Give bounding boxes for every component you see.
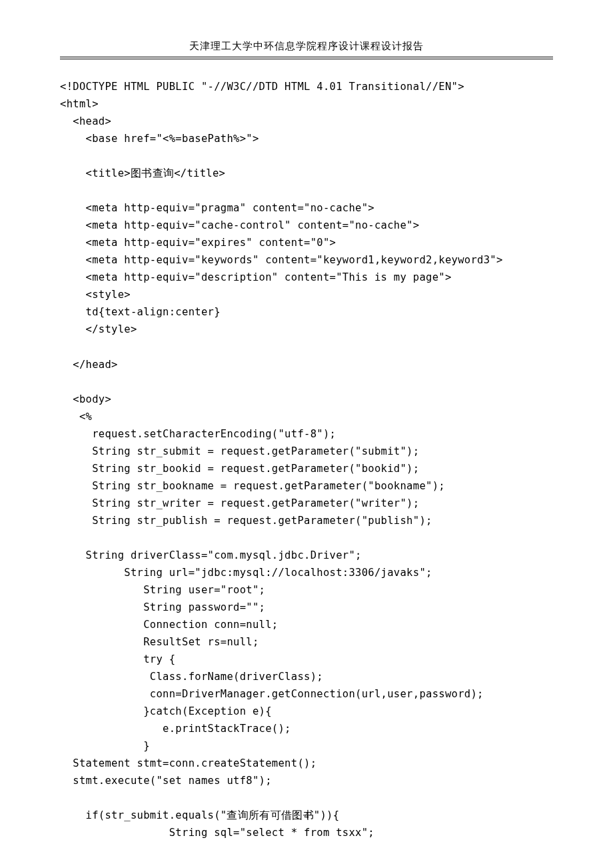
code-block: <!DOCTYPE HTML PUBLIC "-//W3C//DTD HTML …: [60, 78, 553, 841]
header-title: 天津理工大学中环信息学院程序设计课程设计报告: [189, 41, 424, 51]
header-underline: [60, 59, 553, 59]
page-header: 天津理工大学中环信息学院程序设计课程设计报告: [60, 40, 553, 57]
document-page: 天津理工大学中环信息学院程序设计课程设计报告 <!DOCTYPE HTML PU…: [0, 0, 613, 841]
page-number: 4: [0, 811, 613, 821]
